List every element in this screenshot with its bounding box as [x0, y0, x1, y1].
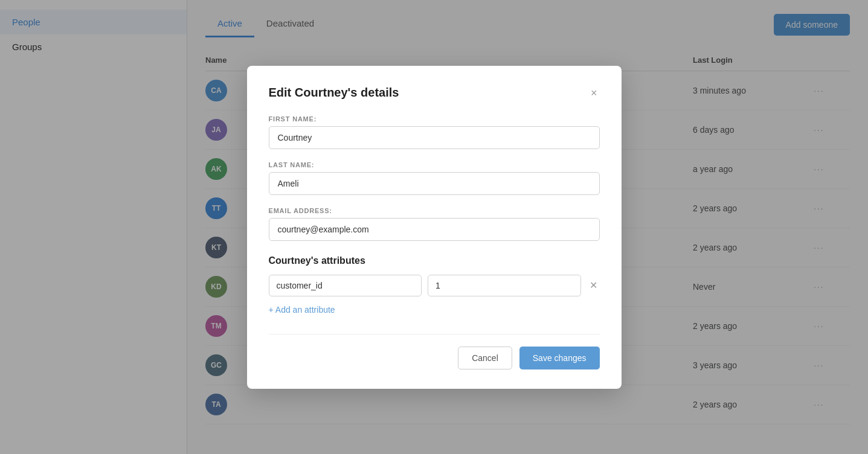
- email-label: EMAIL ADDRESS:: [269, 207, 600, 214]
- attribute-value-input[interactable]: [428, 275, 581, 296]
- modal-dialog: Edit Courtney's details × FIRST NAME: LA…: [247, 66, 622, 389]
- attribute-row: ✕: [269, 275, 600, 296]
- add-attribute-button[interactable]: + Add an attribute: [269, 302, 335, 317]
- close-icon: ✕: [590, 280, 597, 291]
- attribute-key-input[interactable]: [269, 275, 422, 296]
- modal-header: Edit Courtney's details ×: [269, 85, 600, 101]
- last-name-input[interactable]: [269, 172, 600, 195]
- first-name-label: FIRST NAME:: [269, 115, 600, 123]
- attribute-delete-button[interactable]: ✕: [587, 277, 600, 293]
- modal-footer: Cancel Save changes: [269, 334, 600, 369]
- last-name-label: LAST NAME:: [269, 161, 600, 168]
- email-group: EMAIL ADDRESS:: [269, 207, 600, 241]
- cancel-button[interactable]: Cancel: [458, 347, 512, 369]
- email-input[interactable]: [269, 218, 600, 241]
- first-name-group: FIRST NAME:: [269, 115, 600, 149]
- modal-overlay: Edit Courtney's details × FIRST NAME: LA…: [0, 0, 868, 454]
- attributes-section: Courtney's attributes ✕ + Add an attribu…: [269, 255, 600, 317]
- first-name-input[interactable]: [269, 126, 600, 149]
- attributes-title: Courtney's attributes: [269, 255, 600, 266]
- modal-close-button[interactable]: ×: [588, 85, 600, 101]
- modal-title: Edit Courtney's details: [269, 86, 399, 100]
- save-changes-button[interactable]: Save changes: [519, 347, 600, 369]
- last-name-group: LAST NAME:: [269, 161, 600, 195]
